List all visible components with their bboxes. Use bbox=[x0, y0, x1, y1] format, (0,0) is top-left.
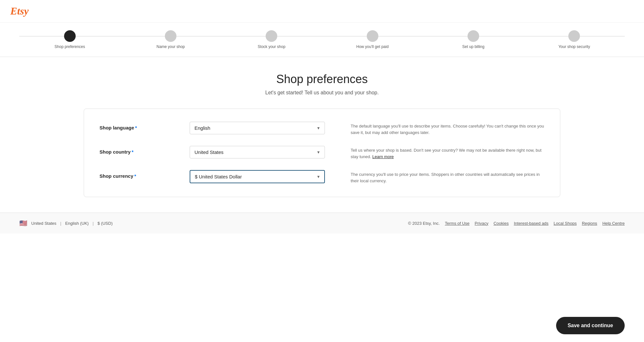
progress-steps: Shop preferences Name your shop Stock yo… bbox=[19, 30, 625, 57]
step-set-up-billing: Set up billing bbox=[423, 30, 524, 49]
shop-country-hint: Tell us where your shop is based. Don't … bbox=[351, 147, 545, 160]
shop-country-select-wrapper: United States United Kingdom Canada Aust… bbox=[190, 146, 325, 158]
step-dot-how-youll-get-paid bbox=[367, 30, 378, 42]
footer-link-help-centre[interactable]: Help Centre bbox=[602, 221, 625, 226]
shop-currency-select[interactable]: $ United States Dollar € Euro £ British … bbox=[190, 170, 325, 183]
footer-left: 🇺🇸 United States | English (UK) | $ (USD… bbox=[19, 219, 113, 227]
form-label-col-currency: Shop currency* bbox=[99, 170, 190, 179]
page-title: Shop preferences bbox=[84, 72, 560, 86]
learn-more-link[interactable]: Learn more bbox=[372, 154, 393, 159]
shop-language-select-wrapper: English French German Spanish Italian Ja… bbox=[190, 122, 325, 134]
step-dot-set-up-billing bbox=[468, 30, 479, 42]
step-dot-your-shop-security bbox=[568, 30, 580, 42]
form-hint-col-language: The default language you'll use to descr… bbox=[325, 122, 545, 136]
step-label-how-youll-get-paid: How you'll get paid bbox=[356, 44, 388, 49]
progress-section: Shop preferences Name your shop Stock yo… bbox=[0, 23, 644, 57]
footer-country: United States bbox=[31, 221, 56, 226]
step-name-your-shop: Name your shop bbox=[120, 30, 221, 49]
header: Etsy bbox=[0, 0, 644, 23]
form-row-shop-currency: Shop currency* $ United States Dollar € … bbox=[99, 170, 545, 184]
form-card: Shop language* English French German Spa… bbox=[84, 109, 560, 197]
shop-language-hint: The default language you'll use to descr… bbox=[351, 123, 545, 136]
required-star-currency: * bbox=[134, 173, 136, 179]
form-row-shop-language: Shop language* English French German Spa… bbox=[99, 122, 545, 136]
form-input-col-language: English French German Spanish Italian Ja… bbox=[190, 122, 325, 134]
form-row-shop-country: Shop country* United States United Kingd… bbox=[99, 146, 545, 160]
shop-language-select[interactable]: English French German Spanish Italian Ja… bbox=[190, 122, 325, 134]
required-star-country: * bbox=[132, 149, 134, 155]
footer-sep-2: | bbox=[92, 221, 93, 226]
form-hint-col-country: Tell us where your shop is based. Don't … bbox=[325, 146, 545, 160]
step-dot-shop-preferences bbox=[64, 30, 76, 42]
required-star-language: * bbox=[135, 125, 137, 130]
step-stock-your-shop: Stock your shop bbox=[221, 30, 322, 49]
footer-right: © 2023 Etsy, Inc. Terms of Use Privacy C… bbox=[408, 221, 625, 226]
page-subtitle: Let's get started! Tell us about you and… bbox=[84, 90, 560, 96]
step-label-your-shop-security: Your shop security bbox=[558, 44, 590, 49]
form-input-col-currency: $ United States Dollar € Euro £ British … bbox=[190, 170, 325, 183]
step-label-shop-preferences: Shop preferences bbox=[54, 44, 85, 49]
footer-link-privacy[interactable]: Privacy bbox=[475, 221, 488, 226]
shop-language-label: Shop language* bbox=[99, 125, 137, 130]
footer-language: English (UK) bbox=[65, 221, 89, 226]
form-label-col-country: Shop country* bbox=[99, 146, 190, 155]
footer-copyright: © 2023 Etsy, Inc. bbox=[408, 221, 440, 226]
step-dot-stock-your-shop bbox=[266, 30, 277, 42]
shop-currency-hint: The currency you'll use to price your it… bbox=[351, 171, 545, 184]
etsy-logo[interactable]: Etsy bbox=[10, 5, 29, 17]
shop-country-select[interactable]: United States United Kingdom Canada Aust… bbox=[190, 146, 325, 158]
step-how-youll-get-paid: How you'll get paid bbox=[322, 30, 423, 49]
step-label-set-up-billing: Set up billing bbox=[462, 44, 485, 49]
step-your-shop-security: Your shop security bbox=[524, 30, 625, 49]
footer-link-cookies[interactable]: Cookies bbox=[494, 221, 509, 226]
footer-sep-1: | bbox=[60, 221, 61, 226]
footer-link-local-shops[interactable]: Local Shops bbox=[554, 221, 577, 226]
step-dot-name-your-shop bbox=[165, 30, 176, 42]
footer: 🇺🇸 United States | English (UK) | $ (USD… bbox=[0, 213, 644, 233]
step-label-name-your-shop: Name your shop bbox=[156, 44, 185, 49]
shop-country-label: Shop country* bbox=[99, 149, 134, 155]
shop-currency-select-wrapper: $ United States Dollar € Euro £ British … bbox=[190, 170, 325, 183]
form-label-col-language: Shop language* bbox=[99, 122, 190, 130]
step-label-stock-your-shop: Stock your shop bbox=[258, 44, 285, 49]
footer-link-regions[interactable]: Regions bbox=[582, 221, 597, 226]
step-shop-preferences: Shop preferences bbox=[19, 30, 120, 49]
form-input-col-country: United States United Kingdom Canada Aust… bbox=[190, 146, 325, 158]
footer-currency: $ (USD) bbox=[98, 221, 113, 226]
footer-link-terms[interactable]: Terms of Use bbox=[445, 221, 470, 226]
footer-link-interest-based-ads[interactable]: Interest-based ads bbox=[514, 221, 549, 226]
main-content: Shop preferences Let's get started! Tell… bbox=[64, 57, 580, 213]
footer-flag-icon: 🇺🇸 bbox=[19, 219, 27, 227]
form-hint-col-currency: The currency you'll use to price your it… bbox=[325, 170, 545, 184]
shop-currency-label: Shop currency* bbox=[99, 173, 136, 179]
